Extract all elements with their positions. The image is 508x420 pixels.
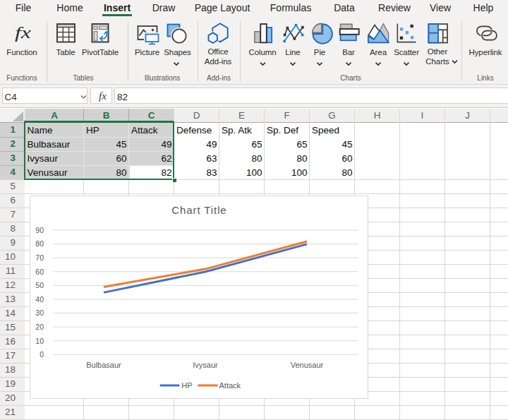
- svg-text:Ivysaur: Ivysaur: [193, 361, 218, 369]
- svg-text:90: 90: [35, 226, 44, 234]
- svg-text:Chart Title: Chart Title: [171, 204, 226, 216]
- svg-text:20: 20: [35, 323, 44, 331]
- svg-text:Attack: Attack: [219, 381, 241, 390]
- svg-text:40: 40: [35, 295, 44, 304]
- svg-text:HP: HP: [181, 381, 192, 390]
- svg-text:80: 80: [35, 239, 44, 248]
- svg-text:Bulbasaur: Bulbasaur: [86, 361, 121, 369]
- svg-text:fx: fx: [15, 23, 31, 42]
- svg-text:10: 10: [35, 337, 44, 345]
- svg-text:Venusaur: Venusaur: [291, 361, 324, 369]
- svg-text:70: 70: [35, 253, 44, 262]
- svg-text:30: 30: [35, 308, 44, 317]
- svg-text:50: 50: [35, 281, 44, 289]
- svg-text:60: 60: [35, 268, 44, 276]
- svg-text:0: 0: [40, 350, 44, 359]
